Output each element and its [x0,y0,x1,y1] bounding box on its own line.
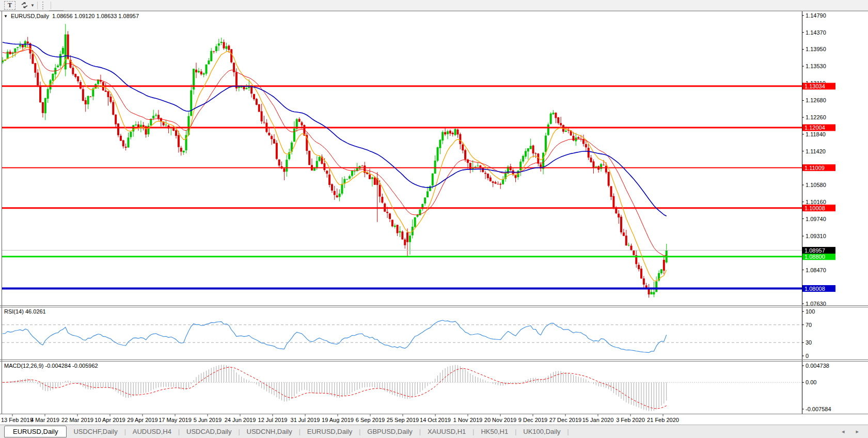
tool-dropdown-caret-icon[interactable]: ▼ [30,3,35,8]
svg-text:1.10008: 1.10008 [804,205,825,211]
svg-text:1.07630: 1.07630 [806,301,826,307]
chart-tab-usdcad-daily[interactable]: USDCAD,Daily [180,426,238,437]
chart-tab-gbpusd-daily[interactable]: GBPUSD,Daily [360,426,419,437]
svg-text:20 Nov 2019: 20 Nov 2019 [484,417,516,423]
svg-text:25 Sep 2019: 25 Sep 2019 [387,417,419,423]
timeframe-button-h1[interactable]: H1 [123,0,139,2]
svg-text:9 Dec 2019: 9 Dec 2019 [518,417,547,423]
svg-text:1.14370: 1.14370 [806,29,826,36]
svg-text:5 Jun 2019: 5 Jun 2019 [194,417,222,423]
chart-title: ▼ EURUSD,Daily 1.08656 1.09120 1.08633 1… [4,13,139,19]
chart-tabs-bar: EURUSD,DailyUSDCHF,Daily|AUDUSD,H4|USDCA… [0,425,868,438]
macd-values: -0.004284 -0.005962 [45,363,98,369]
svg-text:14 Oct 2019: 14 Oct 2019 [420,417,451,423]
svg-text:1.10160: 1.10160 [806,199,826,205]
chart-tab-usdcnh-daily[interactable]: USDCNH,Daily [240,426,299,437]
svg-text:1.10580: 1.10580 [806,182,826,188]
svg-text:0.004738: 0.004738 [806,363,829,369]
chart-tab-hk50-h1[interactable]: HK50,H1 [474,426,515,437]
chart-tab-uk100-daily[interactable]: UK100,Daily [516,426,567,437]
timeframe-button-m1[interactable]: M1 [49,0,65,2]
tab-separator: | [567,428,569,435]
svg-text:1.13530: 1.13530 [806,63,826,69]
rsi-indicator-label: RSI(14) 46.0261 [4,308,46,315]
macd-indicator-label: MACD(12,26,9) -0.004284 -0.005962 [4,363,98,369]
svg-text:1.13034: 1.13034 [804,83,825,89]
chart-tab-eurusd-daily[interactable]: EURUSD,Daily [4,426,67,437]
svg-text:13 Feb 2019: 13 Feb 2019 [1,417,33,423]
svg-text:1.08008: 1.08008 [804,286,825,292]
svg-text:17 May 2019: 17 May 2019 [159,417,192,423]
tab-scroll-buttons: ◂ ▸ [840,428,868,435]
tab-scroll-left-button[interactable]: ◂ [840,428,847,435]
tab-scroll-right-button[interactable]: ▸ [854,428,861,435]
svg-text:30: 30 [806,339,812,346]
svg-text:31 Jul 2019: 31 Jul 2019 [291,417,320,423]
svg-text:1.12680: 1.12680 [806,97,826,103]
svg-text:12 Jul 2019: 12 Jul 2019 [258,417,288,423]
svg-text:29 Apr 2019: 29 Apr 2019 [127,417,157,423]
tabs-host: EURUSD,DailyUSDCHF,Daily|AUDUSD,H4|USDCA… [0,426,569,437]
svg-text:1.09310: 1.09310 [806,233,826,239]
chart-tab-audusd-h4[interactable]: AUDUSD,H4 [126,426,178,437]
svg-text:1.08800: 1.08800 [804,254,825,260]
svg-text:1.11009: 1.11009 [804,165,825,171]
svg-text:3 Feb 2020: 3 Feb 2020 [616,417,645,423]
svg-text:1.08957: 1.08957 [804,247,825,254]
svg-text:1.13950: 1.13950 [806,46,826,52]
svg-text:4 Mar 2019: 4 Mar 2019 [30,417,59,423]
svg-text:1.09740: 1.09740 [806,216,826,222]
svg-text:1 Nov 2019: 1 Nov 2019 [453,417,482,423]
toolbar-grip [42,2,45,9]
svg-text:1.12004: 1.12004 [804,124,825,131]
macd-name: MACD(12,26,9) [4,363,43,369]
svg-text:10 Apr 2019: 10 Apr 2019 [94,417,125,423]
svg-text:24 Jun 2019: 24 Jun 2019 [225,417,256,423]
arrows-icon [21,2,29,9]
timeframe-group-separator [51,2,51,9]
svg-text:1.12260: 1.12260 [806,114,826,120]
rsi-value: 46.0261 [25,308,46,315]
svg-text:27 Dec 2019: 27 Dec 2019 [549,417,581,423]
svg-text:15 Jan 2020: 15 Jan 2020 [582,417,614,423]
svg-text:22 Mar 2019: 22 Mar 2019 [61,417,93,423]
chart-title-symbol: EURUSD,Daily [11,13,49,19]
svg-text:-0.007584: -0.007584 [806,406,831,412]
rsi-name: RSI(14) [4,308,24,315]
chart-canvas[interactable]: 1.147901.143701.139501.135301.131101.126… [0,11,868,425]
svg-text:70: 70 [806,322,812,328]
svg-text:6 Sep 2019: 6 Sep 2019 [356,417,385,423]
timeframe-button-h4[interactable]: H4 [140,0,155,2]
draw-arrows-tool-button[interactable] [21,2,29,9]
toolbar: T ▼ M1M5M15M30H1H4D1W1MN [0,0,868,11]
svg-text:100: 100 [806,308,815,315]
toolbar-separator [37,2,38,9]
svg-text:1.08470: 1.08470 [806,267,826,273]
trading-terminal: { "toolbar": { "text_tool_label": "T", "… [0,0,868,438]
text-label-tool-button[interactable]: T [4,1,15,10]
svg-text:1.14790: 1.14790 [806,12,826,19]
text-tool-glyph: T [8,2,12,9]
chart-ohlc-values: 1.08656 1.09120 1.08633 1.08957 [52,13,139,19]
svg-text:1.11840: 1.11840 [806,131,826,137]
svg-text:21 Feb 2020: 21 Feb 2020 [647,417,679,423]
svg-text:0: 0 [806,353,809,359]
svg-text:0.00: 0.00 [806,379,816,385]
timeframe-button-m30[interactable]: M30 [103,0,122,2]
symbol-dropdown-icon[interactable]: ▼ [4,14,8,19]
chart-tab-xauusd-h1[interactable]: XAUUSD,H1 [421,426,472,437]
chart-tab-usdchf-daily[interactable]: USDCHF,Daily [67,426,124,437]
svg-text:1.11420: 1.11420 [806,148,826,154]
timeframe-button-m15[interactable]: M15 [83,0,102,2]
svg-text:19 Aug 2019: 19 Aug 2019 [322,417,354,423]
chart-tab-eurusd-daily[interactable]: EURUSD,Daily [301,426,359,437]
timeframe-button-m5[interactable]: M5 [66,0,82,2]
